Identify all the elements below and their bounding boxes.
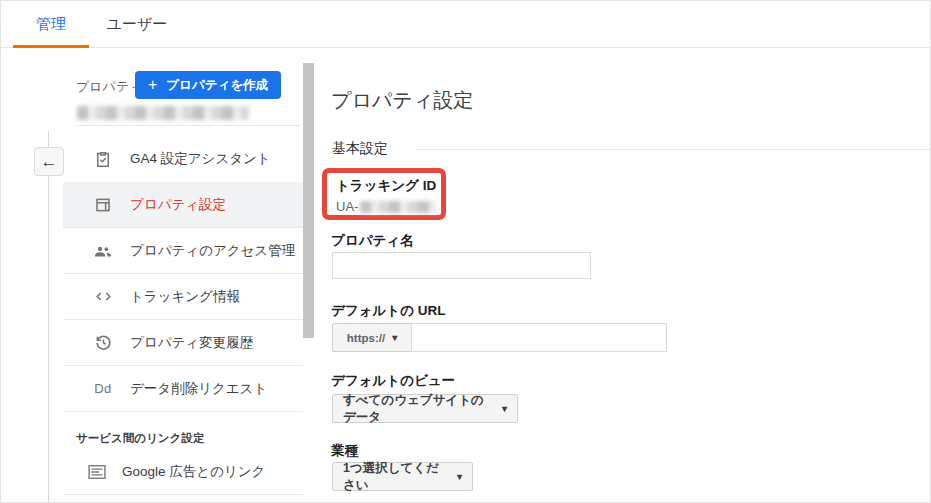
default-view-select[interactable]: すべてのウェブサイトのデータ ▾ [332, 394, 518, 423]
redacted-property-name [77, 106, 249, 120]
basic-settings-heading: 基本設定 [332, 140, 388, 158]
property-name-input[interactable] [332, 252, 591, 279]
url-protocol-select[interactable]: https:// ▾ [332, 323, 412, 352]
tab-users[interactable]: ユーザー [101, 1, 173, 47]
sidebar-item-label: プロパティ変更履歴 [130, 334, 253, 352]
panel-divider-line [48, 131, 49, 502]
sidebar-item-label: プロパティ設定 [130, 196, 226, 214]
back-arrow-icon: ← [41, 152, 58, 172]
property-settings-nav: GA4 設定アシスタント プロパティ設定 プロパティのアクセス管理 [63, 136, 303, 412]
sidebar-item-label: データ削除リクエスト [130, 380, 267, 398]
service-links-section-header: サービス間のリンク設定 [76, 431, 204, 446]
dropdown-caret-icon: ▾ [392, 333, 397, 343]
collapse-panel-button[interactable]: ← [34, 147, 64, 176]
default-url-label: デフォルトの URL [331, 302, 445, 320]
tab-admin[interactable]: 管理 [13, 1, 89, 47]
code-icon [93, 287, 113, 307]
redacted-tracking-id [360, 201, 436, 213]
history-icon [93, 333, 113, 353]
industry-label: 業種 [331, 442, 358, 460]
people-icon [93, 241, 113, 261]
create-property-button-label: プロパティを作成 [166, 77, 268, 94]
url-protocol-value: https:// [347, 332, 385, 344]
sidebar-divider [76, 125, 301, 126]
tracking-id-value: UA- [336, 199, 441, 214]
dropdown-caret-icon: ▾ [494, 404, 507, 414]
industry-value: 1つ選択してください [343, 460, 449, 494]
tracking-id-label: トラッキング ID [336, 177, 441, 195]
active-tab-underline [13, 45, 89, 48]
sidebar-item-tracking-info[interactable]: トラッキング情報 [63, 274, 303, 320]
industry-select[interactable]: 1つ選択してください ▾ [332, 462, 473, 491]
ga-admin-window: 管理 ユーザー ← プロパティ + プロパティを作成 GA4 設定アシスタント [0, 0, 931, 503]
top-tab-bar: 管理 ユーザー [1, 1, 930, 48]
assistant-icon [93, 149, 113, 169]
default-view-value: すべてのウェブサイトのデータ [343, 392, 494, 426]
sidebar-item-label: プロパティのアクセス管理 [130, 242, 295, 260]
tracking-id-highlight-box: トラッキング ID UA- [322, 168, 446, 220]
sidebar-scrollbar[interactable] [303, 63, 314, 338]
default-view-label: デフォルトのビュー [331, 372, 455, 390]
dd-icon: Dd [93, 379, 113, 399]
sidebar-item-google-ads-link[interactable]: Google 広告とのリンク [63, 449, 303, 495]
dropdown-caret-icon: ▾ [449, 472, 462, 482]
property-name-label: プロパティ名 [331, 232, 414, 250]
sidebar-item-change-history[interactable]: プロパティ変更履歴 [63, 320, 303, 366]
layout-icon [93, 195, 113, 215]
sidebar-item-property-settings[interactable]: プロパティ設定 [63, 182, 303, 228]
sidebar-item-label: Google 広告とのリンク [122, 463, 265, 481]
sidebar-item-property-access[interactable]: プロパティのアクセス管理 [63, 228, 303, 274]
section-divider [416, 149, 930, 150]
sidebar-item-ga4-assistant[interactable]: GA4 設定アシスタント [63, 136, 303, 182]
default-url-input[interactable] [411, 323, 667, 352]
ads-link-icon [87, 462, 107, 482]
tracking-id-prefix: UA- [336, 199, 358, 214]
page-title: プロパティ設定 [331, 87, 473, 114]
sidebar-item-label: GA4 設定アシスタント [130, 150, 271, 168]
plus-icon: + [148, 77, 157, 93]
sidebar-item-label: トラッキング情報 [130, 288, 240, 306]
sidebar-item-data-deletion[interactable]: Dd データ削除リクエスト [63, 366, 303, 412]
create-property-button[interactable]: + プロパティを作成 [135, 71, 281, 99]
property-panel-label: プロパティ [76, 78, 143, 96]
